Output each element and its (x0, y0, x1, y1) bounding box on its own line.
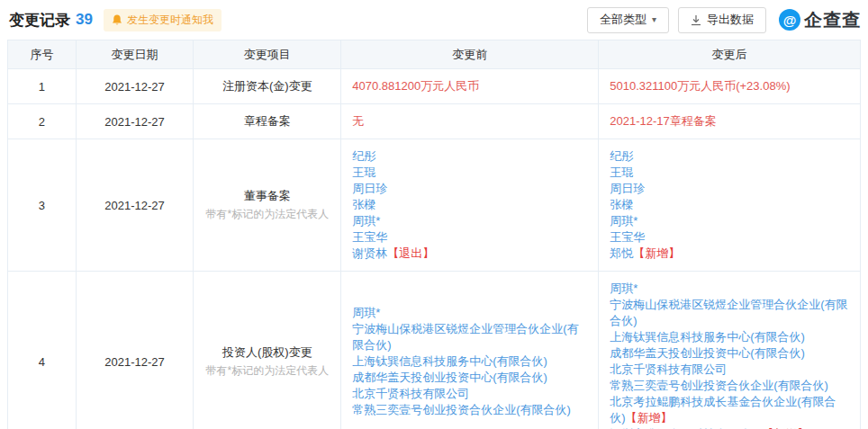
value-line: 周日珍 (610, 181, 849, 197)
header-no: 序号 (8, 40, 77, 69)
qichacha-logo-icon: @ (779, 9, 800, 31)
entity-link[interactable]: 周日珍 (352, 182, 387, 195)
value-line: 周日珍 (352, 181, 587, 197)
row-number-cell: 3 (8, 139, 77, 272)
value-line: 北京千贤科技有限公司 (610, 362, 849, 378)
value-line: 成都华盖天投创业投资中心(有限合伙) (610, 345, 849, 362)
value-text: 4070.881200万元人民币 (352, 79, 479, 93)
entity-link[interactable]: 成都华盖天投创业投资中心(有限合伙) (610, 346, 805, 360)
entity-link[interactable]: 宁波梅山保税港区锐煜企业管理合伙企业(有限合伙) (610, 298, 847, 327)
change-tag: 【新增】 (633, 246, 680, 260)
entity-link[interactable]: 王宝华 (352, 230, 387, 244)
before-change-cell: 周琪*宁波梅山保税港区锐煜企业管理合伙企业(有限合伙)上海钛巽信息科技服务中心(… (341, 272, 599, 429)
notify-on-change-button[interactable]: 发生变更时通知我 (104, 9, 222, 31)
entity-link[interactable]: 常熟三奕壹号创业投资合伙企业(有限合伙) (610, 379, 828, 392)
export-label: 导出数据 (707, 12, 754, 28)
value-line: 郑悦【新增】 (610, 246, 849, 262)
change-item-cell: 董事备案带有*标记的为法定代表人 (194, 139, 341, 272)
entity-link[interactable]: 谢贤林 (352, 246, 387, 260)
entity-link[interactable]: 周琪* (610, 282, 637, 295)
value-line: 纪彤 (610, 148, 849, 165)
table-row: 32021-12-27董事备案带有*标记的为法定代表人纪彤王琨周日珍张樑周琪*王… (8, 139, 861, 272)
legal-rep-note: 带有*标记的为法定代表人 (204, 207, 330, 222)
entity-link[interactable]: 常熟三奕壹号创业投资合伙企业(有限合伙) (352, 403, 571, 416)
value-line: 上海钛巽信息科技服务中心(有限合伙) (610, 329, 849, 345)
change-item-name: 注册资本(金)变更 (204, 78, 330, 94)
entity-link[interactable]: 郑悦 (610, 246, 633, 260)
entity-link[interactable]: 周琪* (352, 214, 380, 228)
change-item-cell: 投资人(股权)变更带有*标记的为法定代表人 (194, 272, 341, 429)
entity-link[interactable]: 纪彤 (352, 149, 375, 163)
before-change-cell: 纪彤王琨周日珍张樑周琪*王宝华谢贤林【退出】 (341, 139, 599, 272)
export-data-button[interactable]: 导出数据 (678, 7, 766, 33)
entity-link[interactable]: 张樑 (610, 198, 633, 211)
value-line: 宁波梅山保税港区锐煜企业管理合伙企业(有限合伙) (610, 297, 849, 329)
change-record-table-wrap: 序号 变更日期 变更项目 变更前 变更后 12021-12-27注册资本(金)变… (7, 40, 861, 429)
row-number-cell: 1 (8, 69, 77, 104)
entity-link[interactable]: 张樑 (352, 198, 375, 211)
table-row: 12021-12-27注册资本(金)变更4070.881200万元人民币5010… (8, 69, 861, 104)
change-date-cell: 2021-12-27 (76, 69, 194, 104)
value-line: 北京千贤科技有限公司 (352, 386, 587, 402)
brand-logo: @ 企查查 (779, 8, 861, 32)
entity-link[interactable]: 王宝华 (610, 230, 645, 244)
value-line: 上海钛巽信息科技服务中心(有限合伙) (352, 353, 587, 370)
value-line: 4070.881200万元人民币 (352, 78, 587, 94)
before-change-cell: 无 (341, 104, 599, 139)
topbar: 变更记录 39 发生变更时通知我 全部类型 ▾ 导出数据 @ 企查查 (0, 0, 868, 40)
caret-down-icon: ▾ (652, 15, 656, 24)
title-group: 变更记录 39 发生变更时通知我 (9, 9, 222, 31)
value-line: 谢贤林【退出】 (352, 246, 587, 262)
after-change-cell: 2021-12-17章程备案 (599, 104, 861, 139)
entity-link[interactable]: 成都华盖天投创业投资中心(有限合伙) (352, 371, 547, 384)
entity-link[interactable]: 周琪* (610, 214, 637, 228)
change-date-cell: 2021-12-27 (76, 104, 194, 139)
value-line: 成都华盖天投创业投资中心(有限合伙) (352, 370, 587, 386)
header-before-change: 变更前 (341, 40, 599, 69)
change-record-table: 序号 变更日期 变更项目 变更前 变更后 12021-12-27注册资本(金)变… (7, 40, 861, 429)
entity-link[interactable]: 上海钛巽信息科技服务中心(有限合伙) (352, 354, 547, 368)
header-change-item: 变更项目 (194, 40, 341, 69)
value-line: 纪彤 (352, 148, 587, 165)
entity-link[interactable]: 北京千贤科技有限公司 (352, 387, 469, 400)
value-line: 常熟三奕壹号创业投资合伙企业(有限合伙) (610, 378, 849, 394)
brand-name: 企查查 (804, 8, 861, 32)
after-change-cell: 周琪*宁波梅山保税港区锐煜企业管理合伙企业(有限合伙)上海钛巽信息科技服务中心(… (599, 272, 861, 429)
bell-icon (112, 14, 122, 26)
record-count: 39 (76, 11, 93, 29)
value-line: 周琪* (610, 213, 849, 229)
entity-link[interactable]: 周琪* (352, 306, 380, 319)
change-item-name: 章程备案 (204, 113, 330, 130)
download-icon (691, 14, 701, 26)
entity-link[interactable]: 宁波梅山保税港区锐煜企业管理合伙企业(有限合伙) (352, 322, 578, 352)
entity-link[interactable]: 纪彤 (610, 149, 633, 163)
before-change-cell: 4070.881200万元人民币 (341, 69, 599, 104)
header-change-date: 变更日期 (76, 40, 194, 69)
entity-link[interactable]: 王琨 (610, 165, 633, 179)
entity-link[interactable]: 王琨 (352, 165, 375, 179)
entity-link[interactable]: 上海钛巽信息科技服务中心(有限合伙) (610, 330, 805, 344)
row-number-cell: 4 (8, 272, 77, 429)
entity-link[interactable]: 北京千贤科技有限公司 (610, 362, 727, 376)
notify-label: 发生变更时通知我 (127, 13, 213, 28)
change-date-cell: 2021-12-27 (76, 139, 194, 272)
change-date-cell: 2021-12-27 (76, 272, 194, 429)
value-line: 宁波梅山保税港区锐煜企业管理合伙企业(有限合伙) (352, 321, 587, 353)
header-after-change: 变更后 (599, 40, 861, 69)
value-text: 5010.321100万元人民币(+23.08%) (610, 79, 790, 93)
value-line: 王琨 (352, 165, 587, 181)
change-table-body: 12021-12-27注册资本(金)变更4070.881200万元人民币5010… (8, 69, 861, 429)
value-line: 周琪* (352, 213, 587, 229)
value-line: 无 (352, 113, 587, 130)
value-line: 王宝华 (610, 229, 849, 246)
table-header-row: 序号 变更日期 变更项目 变更前 变更后 (8, 40, 861, 69)
value-line: 周琪* (352, 305, 587, 321)
change-tag: 【退出】 (387, 246, 434, 260)
type-filter-dropdown[interactable]: 全部类型 ▾ (587, 7, 669, 33)
row-number-cell: 2 (8, 104, 77, 139)
entity-link[interactable]: 周日珍 (610, 182, 645, 195)
value-line: 2021-12-17章程备案 (610, 113, 849, 130)
after-change-cell: 纪彤王琨周日珍张樑周琪*王宝华郑悦【新增】 (599, 139, 861, 272)
value-line: 5010.321100万元人民币(+23.08%) (610, 78, 849, 94)
value-text: 2021-12-17章程备案 (610, 114, 717, 128)
